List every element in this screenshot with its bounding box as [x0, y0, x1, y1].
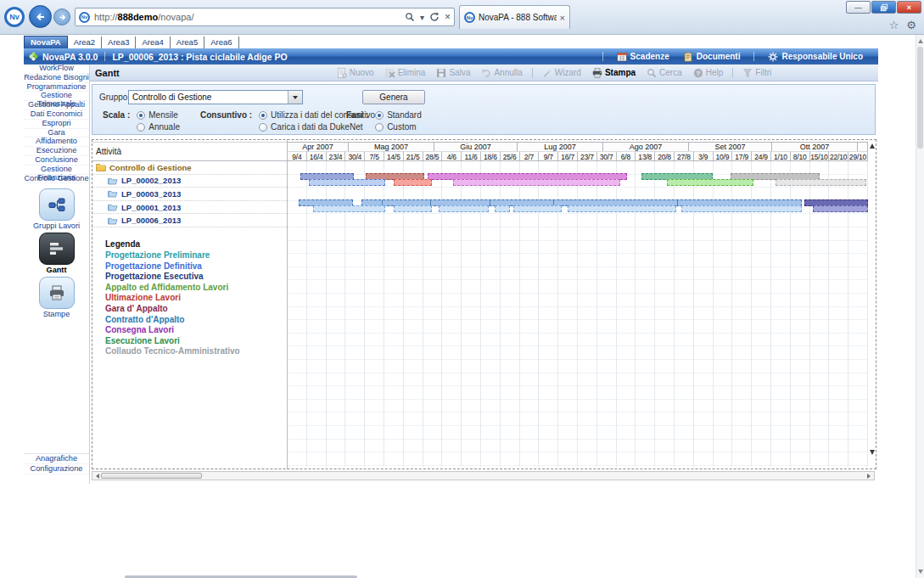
tree-row-lp-00003-2013[interactable]: LP_00003_2013 [92, 188, 287, 201]
print-icon [592, 68, 602, 78]
forward-button[interactable] [53, 8, 70, 25]
radio-label: Custom [387, 122, 416, 132]
sidebar-item-redazione-bisogni[interactable]: Redazione Bisogni [24, 74, 89, 83]
restore-button[interactable] [871, 1, 896, 14]
stampa-button[interactable]: Stampa [587, 67, 641, 79]
header-link-scadenze[interactable]: Scadenze [617, 52, 669, 62]
filter-icon [742, 68, 753, 78]
sidebar-item-configurazione[interactable]: Configurazione [24, 464, 89, 474]
radio-icon[interactable] [259, 123, 267, 132]
scroll-thumb[interactable] [917, 47, 923, 149]
legend-item-progettazione-definitiva: Progettazione Definitiva [105, 261, 287, 272]
sidebar-tool-gantt[interactable]: Gantt [39, 233, 75, 274]
minimize-button[interactable]: — [846, 1, 871, 14]
sidebar-tools: Gruppi LavoriGanttStampe [24, 188, 89, 318]
gantt-bar-bottom[interactable] [513, 205, 562, 212]
radio-icon[interactable] [259, 111, 267, 120]
help-button: ?Help [688, 67, 729, 79]
toolbar-button-label: Stampa [605, 68, 636, 77]
select-dropdown-icon[interactable] [288, 91, 302, 104]
gantt-bar-bottom[interactable] [681, 205, 802, 212]
gantt-scroll-right-icon[interactable] [865, 473, 873, 479]
legend-title: Legenda [105, 239, 287, 249]
gantt-bar-bottom[interactable] [309, 179, 385, 186]
gruppo-select[interactable]: Controllo di Gestione [128, 90, 303, 104]
undo-icon [481, 68, 491, 78]
app-tab-area4[interactable]: Area4 [136, 36, 170, 48]
week-cell-4-6: 4/6 [442, 151, 462, 161]
svg-text:?: ? [696, 69, 700, 76]
radio-icon[interactable] [137, 111, 145, 120]
app-tab-area6[interactable]: Area6 [204, 36, 238, 48]
radio-option-custom[interactable]: Custom [375, 122, 422, 132]
gantt-bar-bottom[interactable] [453, 179, 620, 186]
gantt-bar-bottom[interactable] [495, 205, 510, 212]
gantt-bar-bottom[interactable] [394, 205, 432, 212]
radio-options: StandardCustom [375, 110, 422, 132]
app-tab-area2[interactable]: Area2 [68, 36, 102, 48]
gantt-bar-bottom[interactable] [568, 205, 676, 212]
close-button[interactable]: × [897, 1, 921, 14]
gruppi-lavori-button[interactable] [39, 188, 75, 221]
gantt-bar-bottom[interactable] [313, 205, 385, 212]
header-link-responsabile-unico[interactable]: Responsabile Unico [768, 52, 863, 62]
radio-icon[interactable] [375, 123, 384, 132]
settings-gear-icon[interactable]: ⚙ [906, 19, 916, 31]
tree-row-label: LP_00006_2013 [121, 216, 181, 225]
back-button[interactable] [29, 5, 52, 28]
gantt-button[interactable] [39, 233, 75, 265]
sidebar-item-espropri[interactable]: Espropri [24, 120, 89, 129]
tree-row-lp-00002-2013[interactable]: LP_00002_2013 [92, 175, 287, 188]
tree-row-controllo-di-gestione[interactable]: Controllo di Gestione [92, 161, 287, 175]
sidebar-item-controllo-gestione[interactable]: Controllo Gestione [24, 175, 89, 184]
radio-icon[interactable] [375, 111, 384, 120]
header-links: ScadenzeDocumentiResponsabile Unico [596, 52, 878, 62]
tab-close-icon[interactable]: × [560, 14, 565, 22]
app-tab-novapa[interactable]: NovaPA [24, 36, 68, 48]
sidebar-tool-stampe[interactable]: Stampe [39, 277, 75, 318]
stampe-button[interactable] [39, 277, 75, 309]
address-bar[interactable]: Nv http://888demo/novapa/ ▾ × [75, 8, 455, 26]
refresh-icon[interactable] [429, 12, 440, 22]
app-tab-area3[interactable]: Area3 [102, 36, 136, 48]
delete-icon [385, 68, 395, 78]
header-link-documenti[interactable]: Documenti [683, 52, 741, 62]
sidebar-item-anagrafiche[interactable]: Anagrafiche [24, 454, 89, 464]
tree-row-lp-00001-2013[interactable]: LP_00001_2013 [92, 201, 287, 215]
page-scrollbar[interactable] [916, 35, 924, 578]
search-icon[interactable] [405, 12, 415, 22]
gantt-hscrollbar[interactable] [92, 471, 875, 480]
radio-option-annuale[interactable]: Annuale [137, 122, 180, 132]
gantt-scroll-down-icon[interactable] [870, 450, 875, 455]
sidebar-tool-gruppi-lavori[interactable]: Gruppi Lavori [33, 188, 80, 230]
scroll-up-icon[interactable] [918, 39, 923, 43]
week-cell-30-4: 30/4 [345, 151, 365, 161]
gantt-bar-bottom[interactable] [394, 179, 432, 186]
gantt-vscrollbar[interactable] [869, 142, 876, 467]
app-tab-area5[interactable]: Area5 [171, 36, 204, 48]
gantt-hscroll-thumb[interactable] [101, 473, 202, 479]
search-dropdown-icon[interactable]: ▾ [420, 13, 424, 22]
url-text[interactable]: http://888demo/novapa/ [94, 12, 400, 22]
genera-button[interactable]: Genera [362, 90, 425, 104]
gantt-bar-bottom[interactable] [776, 179, 866, 186]
gantt-bar-bottom[interactable] [813, 205, 868, 212]
week-cell-2-7: 2/7 [520, 151, 540, 161]
stop-icon[interactable]: × [445, 11, 451, 23]
month-cell-partial [858, 142, 868, 151]
scroll-down-icon[interactable] [918, 570, 923, 574]
gantt-scroll-up-icon[interactable] [870, 143, 875, 149]
gantt-bar-bottom[interactable] [439, 205, 489, 212]
legend-item-collaudo-tecnico-amministrativo: Collaudo Tecnico-Amministrativo [105, 346, 287, 357]
week-cell-1-10: 1/10 [771, 151, 791, 161]
folder-blue-icon [108, 189, 118, 198]
week-cell-14-5: 14/5 [384, 151, 404, 161]
tree-row-lp-00006-2013[interactable]: LP_00006_2013 [92, 214, 287, 227]
radio-icon[interactable] [137, 123, 145, 132]
radio-option-mensile[interactable]: Mensile [137, 110, 180, 120]
favorites-star-icon[interactable]: ☆ [889, 19, 899, 31]
browser-tab[interactable]: Nv NovaPA - 888 Software Pro... × [459, 5, 570, 29]
sidebar-item-gestione-finanziaria[interactable]: Gestione Finanziaria [24, 166, 89, 175]
radio-option-standard[interactable]: Standard [375, 110, 422, 120]
gantt-bar-bottom[interactable] [667, 179, 753, 186]
